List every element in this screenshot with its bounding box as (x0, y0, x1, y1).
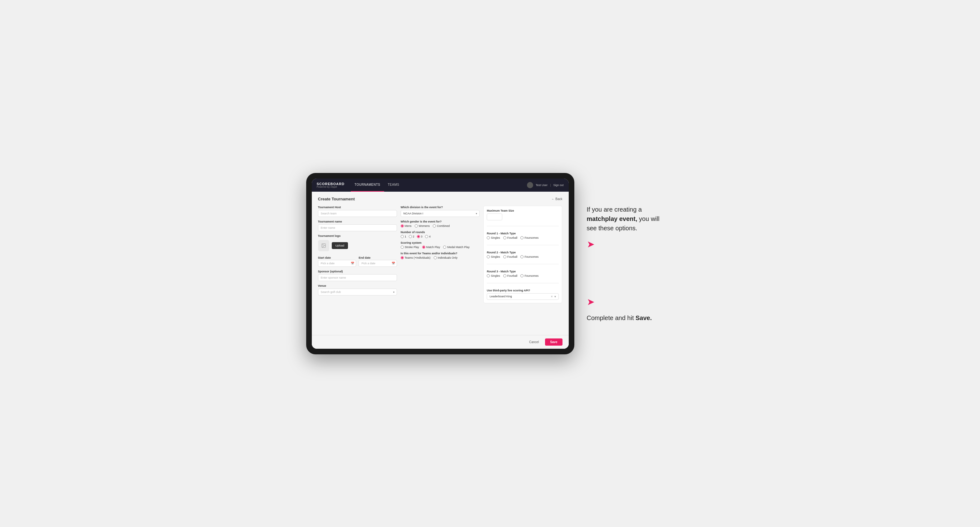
round-1-radio[interactable] (401, 235, 404, 238)
stroke-play-option[interactable]: Stroke Play (401, 246, 419, 249)
end-date-label: End date (359, 256, 371, 259)
logo-upload-area: Upload (318, 240, 397, 251)
gender-mens-radio[interactable] (401, 224, 404, 227)
match-play-radio[interactable] (422, 246, 425, 249)
page-wrapper: SCOREBOARD Powered by clippit TOURNAMENT… (272, 173, 708, 354)
max-team-size-input[interactable]: 5 (487, 213, 502, 220)
division-select[interactable]: NCAA Division I NCAA Division II NCAA Di… (401, 210, 480, 217)
save-button[interactable]: Save (545, 338, 562, 346)
end-date-group: End date 📅 (359, 254, 397, 267)
tournament-name-group: Tournament name (318, 220, 397, 231)
round-2-option[interactable]: 2 (409, 235, 414, 238)
annotation-area: If you are creating a matchplay event, y… (587, 198, 674, 329)
round3-fourball-radio[interactable] (503, 274, 506, 277)
round2-foursomes-radio[interactable] (520, 255, 523, 258)
gender-radio-group: Mens Womens Combined (401, 224, 480, 227)
stroke-play-radio[interactable] (401, 246, 404, 249)
gender-mens-option[interactable]: Mens (401, 224, 412, 227)
gender-combined-option[interactable]: Combined (433, 224, 450, 227)
round1-fourball-label: Fourball (507, 236, 518, 239)
teams-individuals-label: Is this event for Teams and/or Individua… (401, 252, 480, 255)
gender-womens-radio[interactable] (415, 224, 418, 227)
round-4-radio[interactable] (425, 235, 428, 238)
upload-button[interactable]: Upload (332, 242, 348, 249)
round2-singles-option[interactable]: Singles (487, 255, 500, 258)
sponsor-input[interactable] (318, 274, 397, 281)
round1-fourball-option[interactable]: Fourball (503, 236, 518, 239)
logo-sub: Powered by clippit (317, 186, 345, 188)
nav-links: TOURNAMENTS TEAMS (351, 179, 527, 192)
round-2-radio[interactable] (409, 235, 412, 238)
tournament-host-input[interactable] (318, 210, 397, 217)
round-3-label: 3 (421, 235, 423, 238)
round-2-label: 2 (413, 235, 414, 238)
sign-out-link[interactable]: Sign out (553, 184, 563, 187)
logo-title: SCOREBOARD (317, 182, 345, 186)
calendar-icon: 📅 (351, 262, 354, 265)
round-4-option[interactable]: 4 (425, 235, 431, 238)
gender-combined-label: Combined (437, 224, 450, 227)
scoring-system-group: Scoring system Stroke Play Match Play (401, 241, 480, 249)
api-arrow-icon[interactable]: ▾ (554, 295, 556, 298)
third-party-api-group: Use third-party live scoring API? Leader… (487, 289, 559, 300)
round1-singles-radio[interactable] (487, 236, 490, 239)
back-link[interactable]: ← Back (551, 197, 562, 201)
round3-singles-label: Singles (491, 274, 500, 277)
end-date-input[interactable] (359, 260, 397, 267)
tournament-name-input[interactable] (318, 224, 397, 231)
round3-foursomes-radio[interactable] (520, 274, 523, 277)
nav-link-tournaments[interactable]: TOURNAMENTS (351, 179, 384, 192)
divider-3 (487, 264, 559, 264)
round3-singles-radio[interactable] (487, 274, 490, 277)
calendar-icon-end: 📅 (391, 262, 395, 265)
start-date-group: Start date 📅 (318, 254, 356, 267)
round3-fourball-label: Fourball (507, 274, 518, 277)
round1-singles-option[interactable]: Singles (487, 236, 500, 239)
round3-fourball-option[interactable]: Fourball (503, 274, 518, 277)
individuals-radio[interactable] (434, 256, 437, 259)
gender-womens-option[interactable]: Womens (415, 224, 430, 227)
round-1-option[interactable]: 1 (401, 235, 406, 238)
match-play-option[interactable]: Match Play (422, 246, 440, 249)
teams-option[interactable]: Teams (+Individuals) (401, 256, 431, 259)
round2-fourball-radio[interactable] (503, 255, 506, 258)
venue-wrapper: ▾ (318, 289, 397, 295)
round2-fourball-option[interactable]: Fourball (503, 255, 518, 258)
nav-link-teams[interactable]: TEAMS (384, 179, 403, 192)
round3-foursomes-option[interactable]: Foursomes (520, 274, 538, 277)
gender-group: Which gender is the event for? Mens Wome… (401, 220, 480, 227)
medal-match-play-option[interactable]: Medal Match Play (443, 246, 469, 249)
annotation-top-bold: matchplay event, (587, 215, 637, 222)
teams-radio[interactable] (401, 256, 404, 259)
round2-radio-group: Singles Fourball Foursomes (487, 255, 559, 258)
round1-foursomes-option[interactable]: Foursomes (520, 236, 538, 239)
teams-radio-group: Teams (+Individuals) Individuals Only (401, 256, 480, 259)
tournament-name-label: Tournament name (318, 220, 397, 223)
division-label: Which division is the event for? (401, 206, 480, 209)
round2-singles-radio[interactable] (487, 255, 490, 258)
nav-right: Test User | Sign out (527, 182, 563, 188)
start-date-input[interactable] (318, 260, 356, 267)
tournament-logo-group: Tournament logo Upload (318, 234, 397, 251)
round-3-option[interactable]: 3 (417, 235, 423, 238)
round1-foursomes-radio[interactable] (520, 236, 523, 239)
round1-fourball-radio[interactable] (503, 236, 506, 239)
round1-match-type-label: Round 1 - Match Type (487, 232, 559, 235)
individuals-option[interactable]: Individuals Only (434, 256, 458, 259)
tablet-device: SCOREBOARD Powered by clippit TOURNAMENT… (306, 173, 574, 354)
round3-singles-option[interactable]: Singles (487, 274, 500, 277)
medal-match-play-radio[interactable] (443, 246, 446, 249)
cancel-button[interactable]: Cancel (525, 338, 542, 346)
tournament-host-group: Tournament Host (318, 206, 397, 217)
round2-singles-label: Singles (491, 255, 500, 258)
arrow-top: ➤ (587, 238, 668, 252)
round2-foursomes-option[interactable]: Foursomes (520, 255, 538, 258)
individuals-label: Individuals Only (438, 256, 458, 259)
round-3-radio[interactable] (417, 235, 420, 238)
tablet-screen: SCOREBOARD Powered by clippit TOURNAMENT… (312, 179, 569, 349)
api-remove-icon[interactable]: × (551, 295, 553, 298)
round1-radio-group: Singles Fourball Foursomes (487, 236, 559, 239)
venue-input[interactable] (318, 289, 397, 295)
nav-logo: SCOREBOARD Powered by clippit (317, 182, 345, 188)
gender-combined-radio[interactable] (433, 224, 436, 227)
